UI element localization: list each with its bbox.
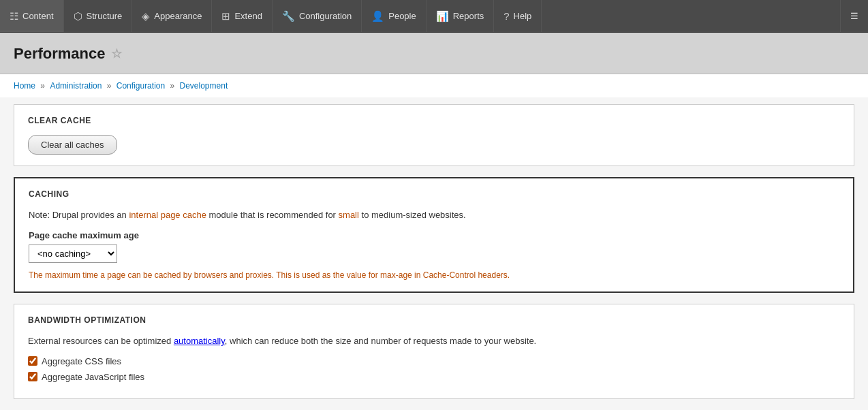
clear-cache-title: CLEAR CACHE (28, 116, 840, 125)
small-link[interactable]: small (339, 210, 359, 220)
caching-note: Note: Drupal provides an internal page c… (29, 208, 839, 222)
breadcrumb-sep-1: » (40, 81, 47, 91)
bandwidth-description: External resources can be optimized auto… (28, 334, 840, 348)
top-navigation: ☷ Content ⬡ Structure ◈ Appearance ⊞ Ext… (0, 0, 868, 33)
appearance-icon: ◈ (142, 10, 150, 22)
caching-help-text: The maximum time a page can be cached by… (29, 270, 839, 281)
nav-label-content: Content (22, 11, 54, 21)
nav-label-reports: Reports (453, 11, 484, 21)
nav-item-content[interactable]: ☷ Content (0, 0, 64, 32)
content-icon: ☷ (10, 10, 18, 22)
automatically-link[interactable]: automatically (174, 336, 225, 346)
caching-section: CACHING Note: Drupal provides an interna… (14, 177, 854, 293)
aggregate-js-checkbox[interactable] (28, 372, 37, 381)
reports-icon: 📊 (436, 10, 449, 22)
breadcrumb-sep-2: » (107, 81, 114, 91)
nav-item-people[interactable]: 👤 People (362, 0, 426, 32)
nav-label-appearance: Appearance (154, 11, 202, 21)
page-cache-label: Page cache maximum age (29, 230, 839, 240)
breadcrumb: Home » Administration » Configuration » … (0, 74, 868, 97)
page-title-text: Performance (14, 45, 106, 63)
nav-item-structure[interactable]: ⬡ Structure (64, 0, 133, 32)
nav-label-configuration: Configuration (299, 11, 352, 21)
aggregate-css-label[interactable]: Aggregate CSS files (42, 356, 121, 366)
nav-item-configuration[interactable]: 🔧 Configuration (273, 0, 362, 32)
nav-item-help[interactable]: ? Help (494, 0, 542, 32)
breadcrumb-administration[interactable]: Administration (50, 81, 102, 91)
breadcrumb-configuration[interactable]: Configuration (117, 81, 165, 91)
shortcut-icon: ☰ (850, 11, 858, 21)
nav-item-appearance[interactable]: ◈ Appearance (132, 0, 212, 32)
main-content: CLEAR CACHE Clear all caches CACHING Not… (0, 97, 868, 410)
help-icon: ? (503, 10, 509, 22)
page-cache-select[interactable]: <no caching> 1 minute 3 minutes 5 minute… (29, 245, 117, 263)
nav-label-extend: Extend (234, 11, 262, 21)
breadcrumb-development[interactable]: Development (180, 81, 228, 91)
clear-all-caches-button[interactable]: Clear all caches (28, 135, 117, 155)
structure-icon: ⬡ (74, 10, 82, 22)
aggregate-css-item: Aggregate CSS files (28, 356, 840, 366)
page-header: Performance ☆ (0, 33, 868, 74)
configuration-icon: 🔧 (282, 10, 295, 22)
nav-label-people: People (388, 11, 416, 21)
breadcrumb-sep-3: » (170, 81, 177, 91)
aggregate-js-item: Aggregate JavaScript files (28, 372, 840, 382)
favorite-star-icon[interactable]: ☆ (111, 46, 122, 61)
people-icon: 👤 (371, 10, 384, 22)
nav-item-reports[interactable]: 📊 Reports (427, 0, 495, 32)
page-title: Performance ☆ (14, 45, 854, 63)
aggregate-css-checkbox[interactable] (28, 356, 37, 366)
breadcrumb-home[interactable]: Home (14, 81, 35, 91)
nav-item-shortcut[interactable]: ☰ (840, 0, 868, 32)
internal-page-cache-link[interactable]: internal page cache (129, 210, 206, 220)
bandwidth-section: BANDWIDTH OPTIMIZATION External resource… (14, 304, 854, 399)
aggregate-js-label[interactable]: Aggregate JavaScript files (42, 372, 144, 382)
nav-label-help: Help (514, 11, 532, 21)
extend-icon: ⊞ (221, 10, 230, 22)
nav-item-extend[interactable]: ⊞ Extend (212, 0, 272, 32)
nav-label-structure: Structure (87, 11, 123, 21)
bandwidth-title: BANDWIDTH OPTIMIZATION (28, 315, 840, 325)
caching-title: CACHING (29, 189, 839, 199)
clear-cache-section: CLEAR CACHE Clear all caches (14, 104, 854, 166)
